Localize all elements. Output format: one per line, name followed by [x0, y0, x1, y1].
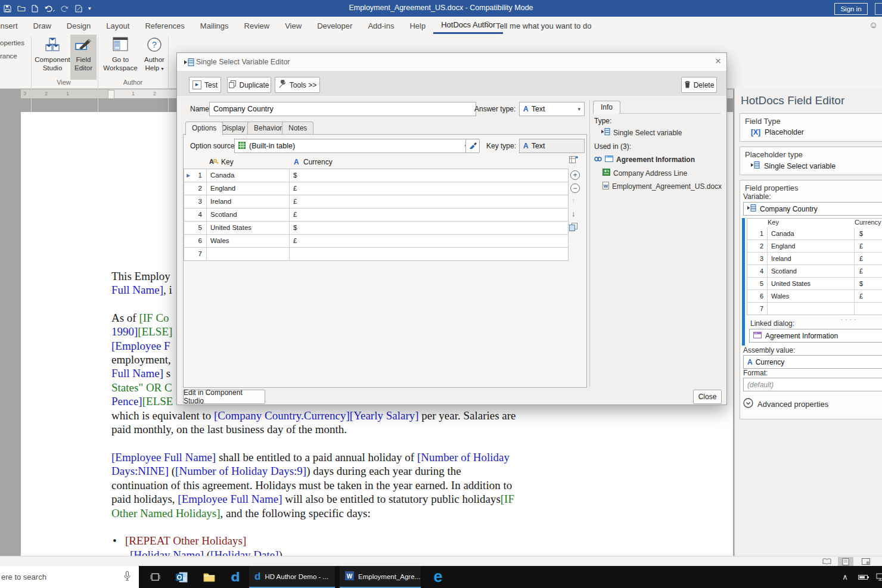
- options-table[interactable]: ▶1Canada$ 2England£ 3Ireland£ 4Scotland£…: [184, 169, 569, 261]
- tab-add-ins[interactable]: Add-ins: [360, 18, 402, 34]
- author-help-button[interactable]: ? AuthorHelp ▾: [141, 36, 168, 80]
- field-editor-icon: [70, 36, 97, 54]
- print-layout-icon[interactable]: [838, 557, 853, 566]
- taskbar-search-box[interactable]: ere to search: [0, 566, 139, 588]
- edge-icon[interactable]: e: [428, 566, 448, 588]
- tab-insert[interactable]: Insert: [0, 18, 26, 34]
- tab-layout[interactable]: Layout: [98, 18, 137, 34]
- tab-options[interactable]: Options: [185, 122, 223, 135]
- dialog-component-icon: [605, 155, 613, 164]
- info-tab[interactable]: Info: [593, 101, 620, 114]
- single-select-variable-icon: [184, 58, 194, 69]
- used-in-label: Used in (3):: [594, 142, 631, 151]
- title-bar: ▾ Employment_Agreement_US.docx - Compati…: [0, 0, 882, 17]
- answer-type-combo[interactable]: A Text▾: [519, 102, 585, 116]
- feedback-icon[interactable]: ☺: [869, 20, 878, 30]
- tab-notes[interactable]: Notes: [282, 122, 313, 135]
- dialog-title-bar[interactable]: Single Select Variable Editor ×: [177, 53, 726, 71]
- remove-row-icon[interactable]: −: [570, 183, 580, 193]
- tab-help[interactable]: Help: [402, 18, 433, 34]
- used-in-item-dialog[interactable]: Agreement Information: [594, 155, 695, 164]
- outlook-icon[interactable]: [173, 566, 191, 588]
- panel-table-header: Key Currency: [747, 219, 882, 228]
- screen: ▾ Employment_Agreement_US.docx - Compati…: [0, 0, 882, 588]
- tab-design[interactable]: Design: [59, 18, 98, 34]
- group-label-author: Author: [100, 79, 166, 86]
- tab-view[interactable]: View: [277, 18, 309, 34]
- doc-line: paid holidays, [Employee Full Name] will…: [111, 492, 514, 506]
- field-type-box: Field Type [X] Placeholder: [740, 113, 882, 142]
- table-row: ▶1Canada$: [184, 169, 568, 182]
- panel-options-table[interactable]: Key Currency 1Canada$ 2England£ 3Ireland…: [747, 218, 882, 315]
- read-mode-icon[interactable]: [819, 557, 834, 566]
- tab-developer[interactable]: Developer: [309, 18, 360, 34]
- table-row: 4Scotland£: [184, 209, 568, 222]
- key-type-field: AText: [519, 139, 585, 153]
- close-icon[interactable]: ×: [712, 55, 724, 67]
- tell-me-box[interactable]: Tell me what you want to do: [484, 17, 591, 35]
- doc-line: As of [IF Co: [111, 311, 169, 325]
- duplicate-icon: [229, 80, 236, 90]
- table-row: 2England£: [184, 182, 568, 195]
- table-row: 1Canada$: [747, 228, 882, 240]
- component-studio-icon: [33, 36, 72, 54]
- name-input[interactable]: Company Country: [209, 102, 476, 116]
- microphone-icon[interactable]: [123, 571, 131, 584]
- field-editor-button[interactable]: FieldEditor: [70, 36, 97, 80]
- file-explorer-icon[interactable]: [200, 566, 218, 588]
- used-in-item-computation[interactable]: Company Address Line: [603, 169, 687, 178]
- linked-section-accent-bar: [742, 218, 745, 346]
- table-row: 3Ireland£: [184, 195, 568, 209]
- task-view-icon[interactable]: [146, 566, 164, 588]
- go-to-workspace-button[interactable]: Go toWorkspace: [100, 36, 141, 80]
- show-hidden-icons[interactable]: ∧: [838, 566, 852, 588]
- titlebar-partial-control[interactable]: [875, 3, 882, 15]
- panel-title: HotDocs Field Editor: [741, 94, 844, 107]
- indent-marker[interactable]: [108, 90, 114, 99]
- move-down-icon[interactable]: ↓: [572, 209, 576, 218]
- option-source-combo[interactable]: (Built-in table)▾: [234, 139, 471, 153]
- battery-icon[interactable]: [856, 566, 871, 588]
- field-properties-label: Field properties: [745, 183, 799, 192]
- hotdocs-app-icon[interactable]: d: [226, 566, 244, 588]
- add-column-icon[interactable]: [569, 155, 578, 166]
- format-input[interactable]: (default): [743, 378, 882, 391]
- tools-button[interactable]: Tools >>: [275, 77, 320, 93]
- test-button[interactable]: ▶ Test: [189, 77, 221, 93]
- advanced-properties-toggle[interactable]: Advanced properties: [743, 398, 828, 410]
- trash-icon: [684, 80, 691, 90]
- variable-combo[interactable]: Company Country: [743, 202, 882, 216]
- ribbon-tab-row: Insert Draw Design Layout References Mai…: [0, 17, 882, 35]
- delete-button[interactable]: Delete: [681, 77, 717, 93]
- hotdocs-icon: d: [254, 571, 260, 583]
- table-row: 7: [184, 248, 568, 260]
- move-up-icon[interactable]: ↑: [572, 196, 576, 205]
- tab-draw[interactable]: Draw: [26, 18, 59, 34]
- component-studio-button[interactable]: ComponentStudio: [33, 36, 72, 80]
- currency-column-header: Currency: [303, 158, 333, 166]
- tab-references[interactable]: References: [137, 18, 192, 34]
- tab-review[interactable]: Review: [237, 18, 278, 34]
- taskbar-hd-author-demo[interactable]: d HD Author Demo - ...: [249, 566, 335, 588]
- copy-rows-icon[interactable]: [569, 223, 577, 234]
- type-value-row: Single Select variable: [601, 128, 682, 137]
- word-icon: W: [345, 571, 354, 581]
- key-type-label: Key type:: [486, 142, 516, 150]
- taskbar-word-document[interactable]: W Employment_Agre...: [340, 566, 421, 588]
- edit-option-source-button[interactable]: [465, 139, 480, 153]
- add-row-icon[interactable]: +: [570, 170, 580, 180]
- linked-dialog-combo[interactable]: Agreement Information: [749, 329, 882, 343]
- edit-in-component-studio-button[interactable]: Edit in Component Studio: [183, 390, 265, 404]
- close-button[interactable]: Close: [693, 390, 722, 404]
- single-select-variable-icon: [751, 161, 760, 170]
- used-in-item-document[interactable]: W Employment_Agreement_US.docx: [603, 182, 722, 191]
- word-status-bar: [0, 556, 882, 567]
- network-icon[interactable]: [874, 566, 882, 588]
- grip-dots[interactable]: . . . .: [841, 315, 856, 321]
- sign-in-button[interactable]: Sign in: [834, 3, 868, 15]
- duplicate-button[interactable]: Duplicate: [227, 77, 271, 93]
- tab-mailings[interactable]: Mailings: [192, 18, 237, 34]
- web-layout-icon[interactable]: [858, 557, 874, 566]
- assembly-value-combo[interactable]: A Currency: [743, 355, 882, 369]
- doc-line: Pence][ELSE: [111, 394, 173, 408]
